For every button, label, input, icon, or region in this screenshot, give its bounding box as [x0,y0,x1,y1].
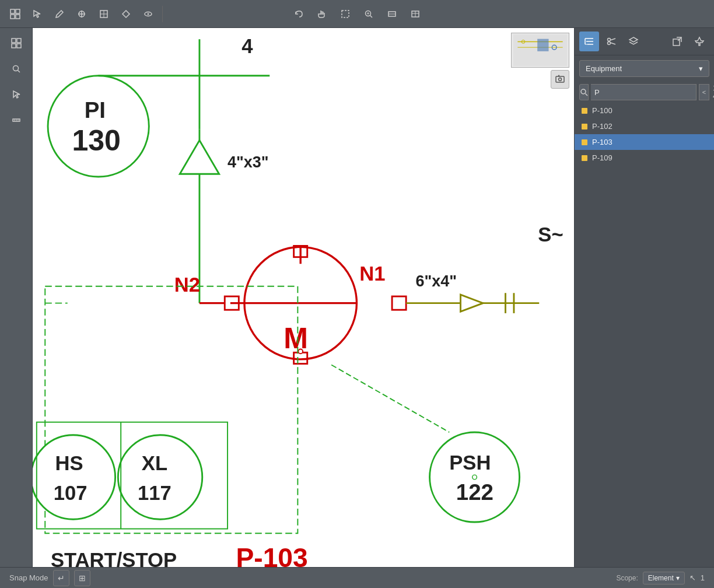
n2-label: N2 [174,274,200,296]
hs-label-top: HS [55,452,83,474]
camera-refresh-button[interactable] [551,70,569,89]
svg-marker-8 [123,10,130,18]
motor-dot [298,349,303,354]
nozzle-right [392,296,406,310]
equip-label-p100: P-100 [592,106,612,115]
snap-mode-label: Snap Mode [9,573,48,582]
equipment-dropdown-label: Equipment [586,64,622,73]
toolbar-left-group [5,4,159,24]
hand-button[interactable] [312,4,332,24]
canvas-svg: 4 PI 130 4"x3" N2 N1 [33,28,574,567]
equip-dot-p109 [582,155,587,161]
equip-item-p109[interactable]: P-109 [575,150,714,166]
xl-label-bottom: 117 [138,482,172,504]
equip-label-p103: P-103 [592,138,612,146]
main-area: 4 PI 130 4"x3" N2 N1 [0,28,714,567]
sidebar-ruler-button[interactable] [5,108,28,132]
panel-tree-button[interactable] [579,32,599,51]
sidebar-cursor-button[interactable] [5,83,28,106]
svg-rect-34 [537,39,548,51]
search-nav-label: 1 of 4 [710,84,714,100]
select-button[interactable] [27,4,48,24]
frame-button[interactable]: ⊞ [74,570,90,586]
minimap-svg [512,33,569,67]
svg-line-53 [586,94,588,96]
search-nav: < 1 of 4 > [699,84,714,100]
left-sidebar [0,28,33,567]
pi-label-top: PI [85,97,106,123]
reducer2-label: 6"x4" [416,272,457,290]
svg-line-13 [370,15,373,18]
panel-scissors-button[interactable] [601,32,621,51]
s-label: S~ [538,223,563,246]
pencil-button[interactable] [49,4,70,24]
diamond-button[interactable] [116,4,136,24]
svg-rect-21 [12,38,16,43]
box-button[interactable] [93,4,114,24]
scope-chevron-icon: ▾ [676,574,680,582]
hs-circle [33,435,116,519]
equip-item-p103[interactable]: P-103 [575,134,714,150]
search-icon-box[interactable] [579,84,589,100]
table-button[interactable] [405,4,426,24]
equip-item-p100[interactable]: P-100 [575,103,714,118]
search-bar: < 1 of 4 > × [579,84,709,100]
sidebar-search-button[interactable] [5,57,28,80]
svg-line-47 [610,38,615,40]
search-prev-button[interactable]: < [699,84,709,100]
cursor-number: 1 [701,573,705,582]
hs-label-bottom: 107 [54,482,88,504]
equip-dot-p100 [582,108,587,114]
rect-select-button[interactable] [335,4,356,24]
dashed-line-psh [331,365,449,433]
svg-rect-37 [556,76,564,82]
snap-mode-button[interactable]: ↵ [53,570,69,586]
cursor-icon: ↖ [690,573,696,582]
svg-line-26 [18,71,20,73]
svg-point-25 [13,66,18,71]
svg-point-38 [559,78,562,81]
zoom-button[interactable] [358,4,379,24]
equip-label-p109: P-109 [592,153,612,162]
canvas-toolbar-center [288,4,426,24]
move-button[interactable] [71,4,92,24]
panel-layers-button[interactable] [624,32,643,51]
equip-item-p102[interactable]: P-102 [575,118,714,134]
reducer2-symbol [461,295,484,312]
svg-rect-2 [10,15,15,19]
status-bar: Snap Mode ↵ ⊞ Scope: Element ▾ ↖ 1 [0,567,714,588]
search-input[interactable] [591,84,696,100]
panel-pin-button[interactable] [690,32,709,51]
equip-dot-p102 [582,124,587,130]
svg-line-48 [610,43,615,44]
scope-value: Element [648,574,674,582]
snap-icon: ↵ [58,573,65,583]
panel-top-icons [575,28,714,55]
panel-external-button[interactable] [667,32,687,51]
svg-marker-39 [558,75,560,76]
sidebar-grid-button[interactable] [5,32,28,55]
psh-label-bottom: 122 [456,480,494,505]
layers-button[interactable] [382,4,402,24]
svg-point-46 [608,42,611,45]
svg-rect-3 [16,15,20,19]
grid-button[interactable] [5,4,26,24]
pump-id-label: P-103 [236,542,308,567]
undo-button[interactable] [288,4,309,24]
scope-label: Scope: [616,574,638,582]
start-stop-label: START/STOP [51,549,177,567]
canvas-area[interactable]: 4 PI 130 4"x3" N2 N1 [33,28,574,567]
svg-rect-23 [12,44,16,48]
svg-marker-49 [629,37,638,42]
eye-button[interactable] [138,4,159,24]
svg-rect-11 [342,10,349,18]
equip-dot-p103 [582,139,587,145]
equipment-dropdown[interactable]: Equipment ▾ [579,60,709,77]
minimap[interactable] [511,33,569,68]
scope-dropdown[interactable]: Element ▾ [643,572,685,584]
m-label: M [284,322,308,355]
svg-point-45 [608,38,611,41]
reducer-symbol [180,141,219,174]
psh-label-top: PSH [449,452,491,474]
equipment-list: P-100 P-102 P-103 P-109 [575,103,714,567]
